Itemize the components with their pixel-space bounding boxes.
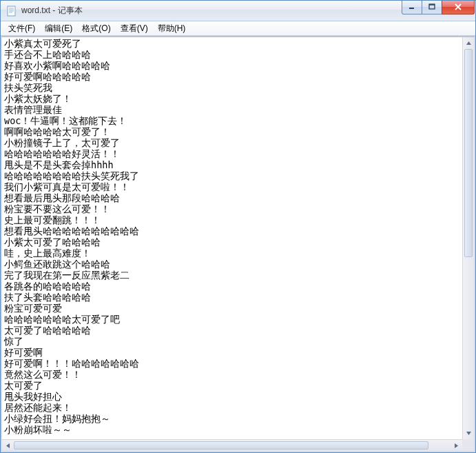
scroll-up-arrow-icon[interactable]	[463, 37, 474, 49]
vertical-scroll-thumb[interactable]	[464, 49, 473, 257]
menu-help[interactable]: 帮助(H)	[153, 21, 191, 36]
horizontal-scrollbar[interactable]	[2, 439, 462, 451]
maximize-button[interactable]	[422, 1, 442, 14]
menu-view[interactable]: 查看(V)	[116, 21, 153, 36]
scroll-left-arrow-icon[interactable]	[2, 440, 14, 451]
menu-edit[interactable]: 编辑(E)	[40, 21, 77, 36]
vertical-scroll-track[interactable]	[463, 49, 474, 427]
menu-file[interactable]: 文件(F)	[3, 21, 40, 36]
scroll-right-arrow-icon[interactable]	[451, 440, 462, 451]
window-controls	[402, 1, 475, 14]
vertical-scrollbar[interactable]	[462, 37, 474, 439]
scrollbar-corner	[462, 439, 474, 451]
menu-format[interactable]: 格式(O)	[77, 21, 115, 36]
text-area[interactable]: 小紫真太可爱死了 手还合不上哈哈哈哈 好喜欢小紫啊哈哈哈哈哈 好可爱啊哈哈哈哈哈…	[2, 37, 462, 439]
menu-bar: 文件(F) 编辑(E) 格式(O) 查看(V) 帮助(H)	[1, 21, 475, 36]
scroll-down-arrow-icon[interactable]	[463, 427, 474, 439]
window-titlebar: word.txt - 记事本	[1, 1, 475, 21]
minimize-button[interactable]	[402, 1, 422, 14]
horizontal-scroll-track[interactable]	[14, 440, 451, 451]
app-icon	[6, 6, 17, 17]
window-title: word.txt - 记事本	[21, 5, 402, 17]
horizontal-scroll-thumb[interactable]	[14, 441, 428, 450]
close-button[interactable]	[442, 1, 475, 14]
